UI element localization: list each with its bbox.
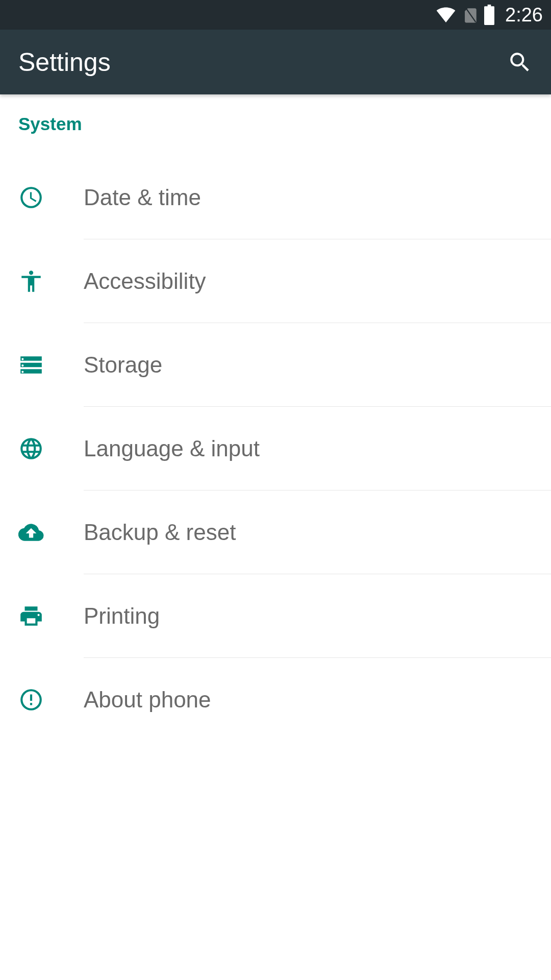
- list-item-printing[interactable]: Printing: [0, 574, 551, 658]
- list-item-label: Backup & reset: [84, 491, 551, 574]
- status-time: 2:26: [505, 4, 543, 26]
- printer-icon: [18, 603, 84, 629]
- globe-icon: [18, 436, 84, 461]
- accessibility-icon: [18, 268, 84, 294]
- clock-icon: [18, 185, 84, 210]
- info-icon: [18, 687, 84, 713]
- list-item-label: Storage: [84, 323, 551, 407]
- cloud-upload-icon: [18, 520, 84, 545]
- list-item-label: Printing: [84, 574, 551, 658]
- list-item-label: Date & time: [84, 156, 551, 239]
- storage-icon: [18, 352, 84, 378]
- list-item-label: Language & input: [84, 407, 551, 491]
- list-item-about-phone[interactable]: About phone: [0, 658, 551, 742]
- sim-icon: [461, 5, 479, 25]
- page-title: Settings: [18, 47, 507, 77]
- list-item-accessibility[interactable]: Accessibility: [0, 239, 551, 323]
- status-bar: 2:26: [0, 0, 551, 30]
- list-item-language-input[interactable]: Language & input: [0, 407, 551, 491]
- list-item-date-time[interactable]: Date & time: [0, 156, 551, 239]
- battery-icon: [483, 5, 496, 25]
- settings-list: Date & time Accessibility Storage Langua…: [0, 139, 551, 742]
- search-icon: [507, 50, 533, 75]
- search-button[interactable]: [507, 50, 533, 75]
- list-item-storage[interactable]: Storage: [0, 323, 551, 407]
- toolbar: Settings: [0, 30, 551, 94]
- content: System Date & time Accessibility Storage: [0, 94, 551, 980]
- list-item-label: About phone: [84, 658, 551, 742]
- list-item-label: Accessibility: [84, 239, 551, 323]
- list-item-backup-reset[interactable]: Backup & reset: [0, 491, 551, 574]
- wifi-icon: [435, 5, 457, 25]
- section-header: System: [0, 94, 551, 139]
- section-title: System: [18, 114, 533, 134]
